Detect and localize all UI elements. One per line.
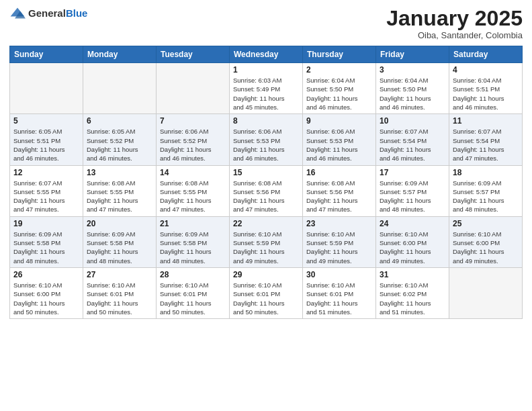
calendar-cell [83, 63, 157, 114]
day-info: Sunrise: 6:09 AM Sunset: 5:58 PM Dayligh… [160, 230, 226, 265]
day-info: Sunrise: 6:08 AM Sunset: 5:55 PM Dayligh… [160, 179, 226, 214]
calendar-cell: 30Sunrise: 6:10 AM Sunset: 6:01 PM Dayli… [303, 267, 376, 318]
day-number: 23 [306, 219, 372, 228]
day-number: 29 [233, 270, 299, 279]
day-number: 25 [453, 219, 519, 228]
calendar-cell: 14Sunrise: 6:08 AM Sunset: 5:55 PM Dayli… [157, 165, 230, 216]
day-info: Sunrise: 6:10 AM Sunset: 6:01 PM Dayligh… [87, 281, 152, 316]
calendar-cell: 8Sunrise: 6:06 AM Sunset: 5:53 PM Daylig… [230, 114, 303, 165]
day-number: 10 [380, 116, 445, 126]
day-number: 1 [233, 65, 299, 75]
day-info: Sunrise: 6:04 AM Sunset: 5:50 PM Dayligh… [306, 76, 372, 111]
calendar-cell: 12Sunrise: 6:07 AM Sunset: 5:55 PM Dayli… [10, 165, 83, 216]
day-info: Sunrise: 6:09 AM Sunset: 5:58 PM Dayligh… [13, 230, 79, 265]
calendar-cell: 3Sunrise: 6:04 AM Sunset: 5:50 PM Daylig… [376, 63, 449, 114]
day-number: 28 [160, 270, 226, 279]
calendar-cell: 9Sunrise: 6:06 AM Sunset: 5:53 PM Daylig… [303, 114, 376, 165]
col-saturday: Saturday [449, 46, 523, 63]
day-number: 31 [380, 270, 445, 279]
calendar-cell: 1Sunrise: 6:03 AM Sunset: 5:49 PM Daylig… [230, 63, 303, 114]
day-number: 12 [13, 168, 79, 177]
calendar-cell: 25Sunrise: 6:10 AM Sunset: 6:00 PM Dayli… [449, 216, 523, 267]
day-info: Sunrise: 6:10 AM Sunset: 6:01 PM Dayligh… [306, 281, 372, 316]
logo-general: General [28, 7, 66, 19]
calendar-cell: 2Sunrise: 6:04 AM Sunset: 5:50 PM Daylig… [303, 63, 376, 114]
day-number: 14 [160, 168, 226, 177]
calendar-cell: 26Sunrise: 6:10 AM Sunset: 6:00 PM Dayli… [10, 267, 83, 318]
day-info: Sunrise: 6:03 AM Sunset: 5:49 PM Dayligh… [233, 76, 299, 111]
calendar-cell: 11Sunrise: 6:07 AM Sunset: 5:54 PM Dayli… [449, 114, 523, 165]
col-tuesday: Tuesday [157, 46, 230, 63]
day-number: 11 [453, 116, 519, 126]
calendar-cell: 19Sunrise: 6:09 AM Sunset: 5:58 PM Dayli… [10, 216, 83, 267]
calendar-table: Sunday Monday Tuesday Wednesday Thursday… [9, 46, 523, 319]
day-number: 24 [380, 219, 445, 228]
day-number: 19 [13, 219, 79, 228]
day-info: Sunrise: 6:07 AM Sunset: 5:55 PM Dayligh… [13, 179, 79, 214]
calendar-week-row: 5Sunrise: 6:05 AM Sunset: 5:51 PM Daylig… [10, 114, 523, 165]
header-right: January 2025 Oiba, Santander, Colombia [386, 7, 523, 40]
calendar-cell: 4Sunrise: 6:04 AM Sunset: 5:51 PM Daylig… [449, 63, 523, 114]
day-info: Sunrise: 6:06 AM Sunset: 5:53 PM Dayligh… [233, 127, 299, 163]
calendar-week-row: 26Sunrise: 6:10 AM Sunset: 6:00 PM Dayli… [10, 267, 523, 318]
day-info: Sunrise: 6:10 AM Sunset: 6:01 PM Dayligh… [160, 281, 226, 316]
calendar-cell: 22Sunrise: 6:10 AM Sunset: 5:59 PM Dayli… [230, 216, 303, 267]
col-friday: Friday [376, 46, 449, 63]
day-info: Sunrise: 6:08 AM Sunset: 5:55 PM Dayligh… [87, 179, 152, 214]
day-number: 15 [233, 168, 299, 177]
calendar-cell: 13Sunrise: 6:08 AM Sunset: 5:55 PM Dayli… [83, 165, 157, 216]
calendar-cell [157, 63, 230, 114]
day-number: 5 [13, 116, 79, 126]
day-number: 13 [87, 168, 152, 177]
page-header: GeneralBlue January 2025 Oiba, Santander… [9, 7, 523, 40]
calendar-cell [449, 267, 523, 318]
day-number: 9 [306, 116, 372, 126]
day-info: Sunrise: 6:10 AM Sunset: 6:01 PM Dayligh… [233, 281, 299, 316]
calendar-cell: 28Sunrise: 6:10 AM Sunset: 6:01 PM Dayli… [157, 267, 230, 318]
day-info: Sunrise: 6:10 AM Sunset: 6:00 PM Dayligh… [13, 281, 79, 316]
day-info: Sunrise: 6:05 AM Sunset: 5:52 PM Dayligh… [87, 127, 152, 163]
day-number: 4 [453, 65, 519, 75]
day-info: Sunrise: 6:10 AM Sunset: 6:00 PM Dayligh… [380, 230, 445, 265]
calendar-cell: 17Sunrise: 6:09 AM Sunset: 5:57 PM Dayli… [376, 165, 449, 216]
day-info: Sunrise: 6:04 AM Sunset: 5:50 PM Dayligh… [380, 76, 445, 111]
calendar-cell: 10Sunrise: 6:07 AM Sunset: 5:54 PM Dayli… [376, 114, 449, 165]
calendar-cell: 5Sunrise: 6:05 AM Sunset: 5:51 PM Daylig… [10, 114, 83, 165]
calendar-cell: 31Sunrise: 6:10 AM Sunset: 6:02 PM Dayli… [376, 267, 449, 318]
logo: GeneralBlue [9, 7, 87, 20]
day-number: 17 [380, 168, 445, 177]
day-info: Sunrise: 6:08 AM Sunset: 5:56 PM Dayligh… [306, 179, 372, 214]
calendar-cell [10, 63, 83, 114]
day-number: 6 [87, 116, 152, 126]
calendar-cell: 20Sunrise: 6:09 AM Sunset: 5:58 PM Dayli… [83, 216, 157, 267]
day-number: 8 [233, 116, 299, 126]
calendar-cell: 6Sunrise: 6:05 AM Sunset: 5:52 PM Daylig… [83, 114, 157, 165]
day-info: Sunrise: 6:08 AM Sunset: 5:56 PM Dayligh… [233, 179, 299, 214]
calendar-cell: 16Sunrise: 6:08 AM Sunset: 5:56 PM Dayli… [303, 165, 376, 216]
logo-icon [9, 7, 26, 20]
day-info: Sunrise: 6:10 AM Sunset: 6:00 PM Dayligh… [453, 230, 519, 265]
day-info: Sunrise: 6:09 AM Sunset: 5:57 PM Dayligh… [453, 179, 519, 214]
day-number: 3 [380, 65, 445, 75]
calendar-cell: 18Sunrise: 6:09 AM Sunset: 5:57 PM Dayli… [449, 165, 523, 216]
day-info: Sunrise: 6:10 AM Sunset: 5:59 PM Dayligh… [306, 230, 372, 265]
day-info: Sunrise: 6:07 AM Sunset: 5:54 PM Dayligh… [453, 127, 519, 163]
day-number: 7 [160, 116, 226, 126]
day-info: Sunrise: 6:09 AM Sunset: 5:57 PM Dayligh… [380, 179, 445, 214]
col-sunday: Sunday [10, 46, 83, 63]
day-info: Sunrise: 6:09 AM Sunset: 5:58 PM Dayligh… [87, 230, 152, 265]
day-info: Sunrise: 6:10 AM Sunset: 5:59 PM Dayligh… [233, 230, 299, 265]
day-number: 30 [306, 270, 372, 279]
calendar-week-row: 12Sunrise: 6:07 AM Sunset: 5:55 PM Dayli… [10, 165, 523, 216]
day-number: 27 [87, 270, 152, 279]
calendar-cell: 29Sunrise: 6:10 AM Sunset: 6:01 PM Dayli… [230, 267, 303, 318]
col-monday: Monday [83, 46, 157, 63]
day-number: 18 [453, 168, 519, 177]
day-info: Sunrise: 6:06 AM Sunset: 5:52 PM Dayligh… [160, 127, 226, 163]
calendar-cell: 15Sunrise: 6:08 AM Sunset: 5:56 PM Dayli… [230, 165, 303, 216]
day-info: Sunrise: 6:07 AM Sunset: 5:54 PM Dayligh… [380, 127, 445, 163]
calendar-cell: 24Sunrise: 6:10 AM Sunset: 6:00 PM Dayli… [376, 216, 449, 267]
col-thursday: Thursday [303, 46, 376, 63]
day-info: Sunrise: 6:05 AM Sunset: 5:51 PM Dayligh… [13, 127, 79, 163]
day-number: 21 [160, 219, 226, 228]
